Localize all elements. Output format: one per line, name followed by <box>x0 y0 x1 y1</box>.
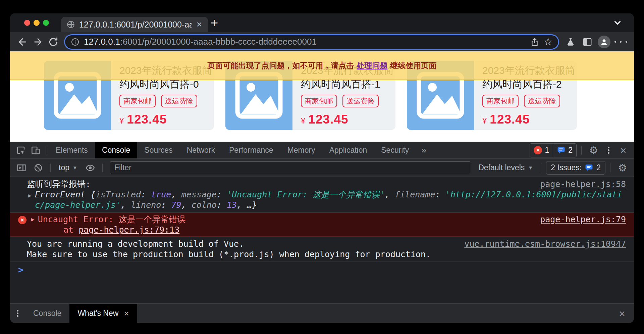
tab-performance[interactable]: Performance <box>222 142 280 158</box>
drawer-menu-kebab-icon[interactable] <box>10 309 25 318</box>
url-path: :6001/p/20001000-aaaa-bbbb-cccc-ddddeeee… <box>120 37 316 47</box>
devtools-panel: Elements Console Sources Network Perform… <box>10 142 634 323</box>
log-message: Make sure to use the production build (*… <box>18 249 431 259</box>
source-link[interactable]: page-helper.js:79 <box>540 214 626 225</box>
devtools-settings-gear-icon[interactable]: ⚙ <box>586 143 601 158</box>
device-toolbar-icon[interactable] <box>28 143 43 158</box>
tag-shipping-insurance: 送运费险 <box>161 95 197 107</box>
log-message: 监听到异常报错: <box>18 179 91 189</box>
banner-text-before: 页面可能出现了点问题，如不可用，请点击 <box>208 60 354 71</box>
source-link[interactable]: page-helper.js:58 <box>540 179 626 189</box>
tab-memory[interactable]: Memory <box>280 142 322 158</box>
tab-console[interactable]: Console <box>95 142 137 158</box>
tag-free-shipping: 商家包邮 <box>119 95 156 107</box>
page-warning-banner: 页面可能出现了点问题，如不可用，请点击 处理问题 继续使用页面 <box>10 51 634 80</box>
console-toolbar: top ▼ Default levels ▼ 2 Issues: <box>10 159 634 177</box>
expand-triangle-icon[interactable]: ▶ <box>31 216 35 223</box>
beaker-extension-icon[interactable] <box>562 34 579 50</box>
side-panel-icon[interactable] <box>579 34 596 50</box>
reload-button[interactable] <box>46 34 61 50</box>
url-text[interactable]: 127.0.0.1:6001/p/20001000-aaaa-bbbb-cccc… <box>84 37 526 47</box>
browser-tab[interactable]: 127.0.0.1:6001/p/20001000-aa × <box>61 17 208 32</box>
console-warning-entry: You are running a development build of V… <box>10 237 634 262</box>
message-count-badge[interactable]: 2 <box>553 143 577 157</box>
message-bubble-icon <box>557 146 566 154</box>
stack-frame-link[interactable]: page-helper.js:79:13 <box>78 225 179 235</box>
browser-toolbar: 127.0.0.1:6001/p/20001000-aaaa-bbbb-cccc… <box>10 32 634 51</box>
tab-network[interactable]: Network <box>180 142 222 158</box>
tag-shipping-insurance: 送运费险 <box>524 95 560 107</box>
product-price: ¥123.45 <box>119 112 212 127</box>
drawer-tab-whats-new[interactable]: What's New × <box>69 304 137 323</box>
console-sidebar-icon[interactable] <box>14 160 29 175</box>
expand-triangle-icon[interactable]: ▶ <box>28 190 32 201</box>
clear-console-icon[interactable] <box>31 160 46 175</box>
browser-menu-kebab-icon[interactable] <box>612 34 629 50</box>
chevron-down-icon: ▼ <box>528 165 533 171</box>
console-filter-input[interactable] <box>110 161 470 174</box>
tab-title: 127.0.0.1:6001/p/20001000-aa <box>79 20 192 30</box>
live-expression-eye-icon[interactable] <box>83 160 98 175</box>
error-message: Uncaught Error: 这是一个异常错误 <box>38 214 186 224</box>
new-tab-button[interactable]: + <box>208 16 221 30</box>
drawer-tab-console[interactable]: Console <box>25 304 69 323</box>
minimize-window-button[interactable] <box>34 20 40 26</box>
tab-strip: 127.0.0.1:6001/p/20001000-aa × + <box>10 13 634 32</box>
browser-window: 127.0.0.1:6001/p/20001000-aa × + <box>10 13 634 323</box>
error-circle-icon: × <box>534 146 542 154</box>
console-log-entry: 监听到异常报错: page-helper.js:58 ▶ ErrorEvent … <box>10 177 634 212</box>
devtools-close-icon[interactable]: × <box>616 143 631 158</box>
devtools-tab-bar: Elements Console Sources Network Perform… <box>10 142 634 159</box>
error-count-badge[interactable]: × 1 <box>530 143 553 157</box>
console-output: 监听到异常报错: page-helper.js:58 ▶ ErrorEvent … <box>10 177 634 303</box>
issues-button[interactable]: 2 Issues: 2 <box>546 161 605 175</box>
share-icon[interactable] <box>530 37 539 47</box>
bookmark-star-icon[interactable]: ☆ <box>543 37 553 47</box>
devtools-drawer: Console What's New × × <box>10 303 634 323</box>
globe-icon <box>66 20 75 29</box>
tab-search-chevron-icon[interactable] <box>612 19 623 27</box>
message-bubble-icon <box>585 163 593 172</box>
tab-close-icon[interactable]: × <box>196 20 203 29</box>
close-window-button[interactable] <box>24 20 30 26</box>
site-info-icon[interactable] <box>70 37 80 47</box>
prompt-chevron-icon: > <box>18 265 23 275</box>
error-circle-icon: × <box>18 216 26 224</box>
page-content: 2023年流行款衣服简 约风时尚风百搭-0 商家包邮 送运费险 ¥123.45 <box>10 51 634 142</box>
back-button[interactable] <box>15 34 30 50</box>
tag-free-shipping: 商家包邮 <box>301 95 337 107</box>
window-controls <box>24 20 49 26</box>
console-settings-gear-icon[interactable]: ⚙ <box>615 160 630 175</box>
product-price: ¥123.45 <box>482 112 575 127</box>
log-message: You are running a development build of V… <box>18 239 244 249</box>
banner-text-after: 继续使用页面 <box>390 60 437 71</box>
tab-application[interactable]: Application <box>322 142 374 158</box>
profile-avatar[interactable] <box>596 34 612 50</box>
object-preview[interactable]: ▶ ErrorEvent {isTrusted: true, message: … <box>18 189 626 210</box>
inspect-element-icon[interactable] <box>13 143 28 158</box>
stack-trace: at page-helper.js:79:13 <box>63 225 626 235</box>
fullscreen-window-button[interactable] <box>43 20 49 26</box>
tag-shipping-insurance: 送运费险 <box>342 95 379 107</box>
chevron-down-icon: ▼ <box>72 165 77 171</box>
url-host: 127.0.0.1 <box>84 37 120 47</box>
source-link[interactable]: vue.runtime.esm-browser.js:10947 <box>464 239 626 249</box>
tab-sources[interactable]: Sources <box>137 142 179 158</box>
execution-context-selector[interactable]: top ▼ <box>55 163 81 172</box>
tag-free-shipping: 商家包邮 <box>482 95 519 107</box>
devtools-menu-kebab-icon[interactable] <box>601 143 616 158</box>
address-bar[interactable]: 127.0.0.1:6001/p/20001000-aaaa-bbbb-cccc… <box>65 35 558 49</box>
drawer-close-icon[interactable]: × <box>610 308 634 319</box>
console-error-entry: × ▶Uncaught Error: 这是一个异常错误 page-helper.… <box>10 212 634 237</box>
log-levels-selector[interactable]: Default levels ▼ <box>475 163 536 172</box>
banner-handle-issue-link[interactable]: 处理问题 <box>357 60 388 71</box>
console-prompt[interactable]: > <box>10 262 634 278</box>
forward-button[interactable] <box>30 34 46 50</box>
tab-security[interactable]: Security <box>374 142 416 158</box>
close-drawer-tab-icon[interactable]: × <box>124 309 129 318</box>
tab-elements[interactable]: Elements <box>49 142 95 158</box>
product-price: ¥123.45 <box>301 112 394 127</box>
more-tabs-icon[interactable]: » <box>416 145 432 155</box>
